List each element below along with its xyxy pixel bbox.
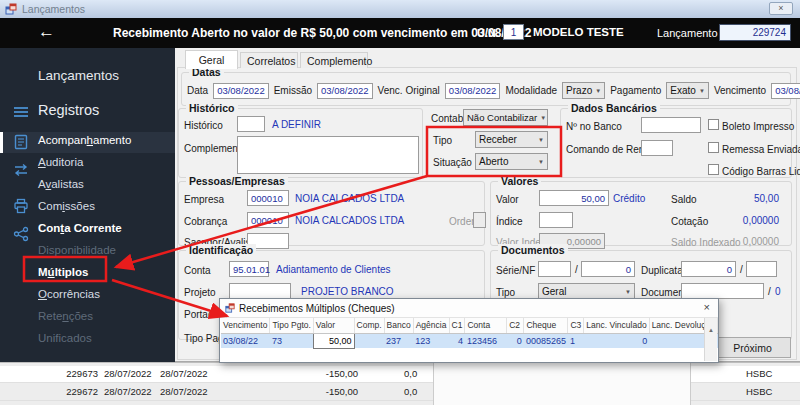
tab-complemento[interactable]: Complemento xyxy=(300,52,368,68)
popup-cell: 123 xyxy=(413,333,449,348)
popup-column-header: C2 xyxy=(507,318,524,333)
venc-original-input[interactable]: 03/08/2022 xyxy=(445,83,501,99)
ordem-input xyxy=(473,212,486,228)
empresa-nome: NOIA CALCADOS LTDA xyxy=(295,193,404,204)
comando-remessa-input[interactable] xyxy=(641,140,673,156)
chevron-down-icon: ▼ xyxy=(540,115,546,121)
cheques-table: VencimentoTipo Pgto.ValorComp.BancoAgênc… xyxy=(221,318,718,349)
slash-separator: / xyxy=(575,264,578,275)
popup-cell[interactable]: 50,00 xyxy=(313,333,354,348)
group-datas: Datas Data 03/08/2022 Emissão 03/08/2022… xyxy=(181,72,791,106)
background-grid-cell: 28/07/2022 xyxy=(104,368,152,379)
duplicata-label: Duplicata xyxy=(641,265,683,276)
background-grid-cell: 28/07/2022 xyxy=(160,386,208,397)
contabilidade-dropdown[interactable]: Não Contabilizar ▼ xyxy=(463,109,548,126)
chevron-down-icon: ▼ xyxy=(625,289,631,295)
pagamento-label: Pagamento xyxy=(610,85,661,96)
historico-label: Histórico xyxy=(184,120,223,131)
printer-icon[interactable] xyxy=(13,198,29,214)
modalidade-dropdown[interactable]: Prazo ▼ xyxy=(562,82,605,99)
tab-correlatos[interactable]: Correlatos xyxy=(240,52,298,68)
sidebar-title: Lançamentos xyxy=(38,68,119,83)
duplicata-input[interactable]: 0 xyxy=(681,261,736,277)
popup-cell: 1 xyxy=(568,333,584,348)
popup-titlebar[interactable]: Recebimentos Múltiplos (Cheques) × xyxy=(220,299,718,318)
conta-label: Conta xyxy=(184,265,211,276)
sidebar-item-retencoes[interactable]: Retenções xyxy=(38,310,93,328)
lancamento-number-input[interactable]: 229724 xyxy=(719,24,791,41)
situacao-label: Situação xyxy=(433,157,472,168)
popup-column-header: Valor xyxy=(313,318,354,333)
share-network-icon[interactable] xyxy=(13,226,29,242)
vencimento-input[interactable]: 03/08/2022 xyxy=(771,83,800,99)
back-arrow-icon[interactable]: ← xyxy=(38,22,55,42)
lancamento-label: Lançamento xyxy=(657,27,718,39)
emissao-label: Emissão xyxy=(274,85,312,96)
menu-icon[interactable] xyxy=(13,104,29,120)
historico-descricao: A DEFINIR xyxy=(272,119,321,130)
serie-input[interactable] xyxy=(538,261,571,277)
sidebar-item-ocorrencias[interactable]: Ocorrências xyxy=(38,288,100,306)
codigo-barras-checkbox[interactable] xyxy=(708,164,719,175)
sidebar-item-multiplos[interactable]: Múltiplos xyxy=(38,266,89,284)
serie-nf-label: Série/NF xyxy=(496,265,535,276)
portador-label: Portador xyxy=(184,309,222,320)
sidebar-item-auditoria[interactable]: Auditoria xyxy=(38,156,83,174)
duplicata-parcela-input[interactable] xyxy=(746,261,777,277)
emissao-input[interactable]: 03/08/2022 xyxy=(317,83,373,99)
complemento-textarea[interactable] xyxy=(237,136,419,174)
popup-column-header: Banco xyxy=(384,318,413,333)
historico-input[interactable] xyxy=(237,116,265,132)
sidebar-item-conta-corrente[interactable]: Conta Corrente xyxy=(38,222,122,240)
documento-input[interactable] xyxy=(681,283,764,299)
boleto-impresso-checkbox[interactable] xyxy=(708,119,719,130)
window-close-icon[interactable]: × xyxy=(769,2,793,15)
conta-input[interactable]: 95.01.01 xyxy=(229,261,269,277)
indice-input[interactable] xyxy=(539,212,573,228)
popup-scrollbar[interactable]: ▲ xyxy=(704,318,717,361)
valor-input[interactable]: 50,00 xyxy=(539,190,609,206)
sidebar-item-disponibilidade[interactable]: Disponibilidade xyxy=(38,244,116,262)
saldo-value: 50,00 xyxy=(719,193,779,204)
popup-cell: 4 xyxy=(449,333,465,348)
record-header: ← Recebimento Aberto no valor de R$ 50,0… xyxy=(0,18,800,48)
sidebar-item-avalistas[interactable]: Avalistas xyxy=(38,178,84,196)
tipo-value: Receber xyxy=(479,134,517,145)
tab-geral[interactable]: Geral xyxy=(185,50,238,69)
group-documentos-title: Documentos xyxy=(498,244,568,256)
un-input[interactable]: 1 xyxy=(503,24,524,40)
background-grid-cell: -150,00 xyxy=(300,368,358,379)
data-input[interactable]: 03/08/2022 xyxy=(213,83,269,99)
popup-cell: 237 xyxy=(384,333,413,348)
popup-close-icon[interactable]: × xyxy=(704,301,710,313)
document-icon[interactable] xyxy=(13,134,29,150)
pagamento-dropdown[interactable]: Exato ▼ xyxy=(666,82,709,99)
chevron-down-icon: ▼ xyxy=(538,137,544,143)
popup-cell: 73 xyxy=(270,333,313,348)
popup-app-icon xyxy=(225,303,235,313)
sidebar-item-acompanhamento[interactable]: Acompanhamento xyxy=(38,134,131,152)
n-banco-input[interactable] xyxy=(641,117,701,133)
popup-column-header: Tipo Pgto. xyxy=(270,318,313,333)
tipo-dropdown[interactable]: Receber ▼ xyxy=(475,131,548,148)
remessa-enviada-checkbox[interactable] xyxy=(708,142,719,153)
situacao-dropdown[interactable]: Aberto ▼ xyxy=(475,153,548,170)
proximo-button[interactable]: Próximo xyxy=(714,337,791,358)
group-historico: Histórico Histórico A DEFINIR Complement… xyxy=(178,108,423,178)
scroll-up-icon[interactable]: ▲ xyxy=(708,327,714,333)
projeto-input[interactable] xyxy=(229,283,291,299)
sidebar-item-comissoes[interactable]: Comissões xyxy=(38,200,95,218)
projeto-nome: PROJETO BRANCO xyxy=(301,286,394,297)
cotacao-label: Cotação xyxy=(671,216,708,227)
popup-column-header: Conta xyxy=(465,318,507,333)
nf-input[interactable]: 0 xyxy=(581,261,635,277)
sidebar-section-registros[interactable]: Registros xyxy=(38,102,99,118)
empresa-input[interactable]: 000010 xyxy=(247,190,289,206)
sidebar-item-unificados[interactable]: Unificados xyxy=(38,332,92,350)
cobranca-input[interactable]: 000010 xyxy=(247,212,289,228)
popup-column-header: Lanc. Vinculado xyxy=(584,318,649,333)
background-grid-cell: 229672 xyxy=(58,386,98,397)
cheques-table-row[interactable]: 03/08/227350,002371234123456000085265100 xyxy=(221,333,718,348)
chevron-down-icon: ▼ xyxy=(595,88,601,94)
transfer-arrows-icon[interactable] xyxy=(13,162,29,178)
